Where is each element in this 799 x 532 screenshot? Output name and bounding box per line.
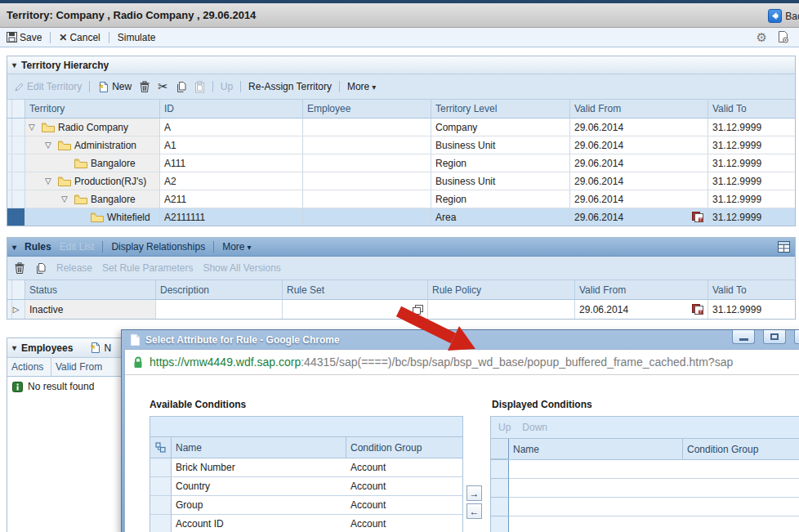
copy-icon[interactable]: [176, 81, 187, 93]
up-button[interactable]: Up: [498, 422, 511, 433]
close-button[interactable]: ✕: [794, 330, 799, 344]
table-row[interactable]: ▽ Bangalore A211 Region 29.06.2014 31.12…: [7, 190, 795, 208]
cut-scissors-icon[interactable]: ✂: [158, 79, 168, 94]
column-header[interactable]: Territory: [25, 100, 160, 118]
collapse-caret-icon[interactable]: ▾: [12, 243, 16, 252]
column-header[interactable]: Territory Level: [431, 100, 570, 118]
select-all-column-header[interactable]: [7, 100, 25, 118]
edit-list-button[interactable]: Edit List: [60, 241, 95, 253]
row-selector[interactable]: [491, 498, 509, 516]
row-selector[interactable]: [150, 458, 172, 477]
select-all-icon[interactable]: [150, 437, 172, 458]
row-selector[interactable]: [491, 460, 509, 479]
empty-row[interactable]: [490, 498, 799, 516]
personalize-page-icon[interactable]: [777, 31, 789, 43]
select-all-column-header[interactable]: [491, 439, 509, 459]
expand-row-icon[interactable]: ▷: [7, 300, 25, 320]
collapse-caret-icon[interactable]: ▾: [12, 60, 16, 69]
table-row[interactable]: ▽ Administration A1 Business Unit 29.06.…: [7, 136, 795, 154]
date-picker-icon[interactable]: 7: [692, 212, 703, 222]
row-selector[interactable]: [7, 118, 25, 136]
expand-icon[interactable]: ▽: [61, 194, 74, 203]
minimize-button[interactable]: [732, 330, 755, 344]
condition-row[interactable]: Group Account: [150, 496, 463, 515]
move-right-button[interactable]: →: [466, 485, 482, 501]
column-header[interactable]: Rule Policy: [428, 280, 575, 300]
table-row-selected[interactable]: Whitefield A2111111 Area 29.06.2014 7 31…: [7, 208, 795, 226]
condition-row[interactable]: Account ID Account: [150, 515, 463, 532]
settings-gear-icon[interactable]: ⚙: [757, 30, 767, 45]
row-selector[interactable]: [491, 516, 509, 532]
row-selector[interactable]: [150, 515, 172, 532]
down-button[interactable]: Down: [522, 422, 547, 433]
cancel-button[interactable]: ✕ Cancel: [59, 32, 100, 43]
collapse-caret-icon[interactable]: ▾: [12, 343, 16, 352]
row-selector[interactable]: [7, 172, 25, 190]
row-selector[interactable]: [7, 190, 25, 208]
column-header[interactable]: Condition Group: [346, 437, 462, 458]
more-menu-button[interactable]: More▾: [347, 81, 376, 92]
up-button[interactable]: Up: [221, 81, 233, 92]
simulate-button[interactable]: Simulate: [118, 32, 156, 43]
copy-icon[interactable]: [35, 262, 47, 275]
empty-row[interactable]: [490, 479, 799, 498]
employees-new-button[interactable]: N: [89, 342, 111, 354]
column-header[interactable]: Valid To: [708, 280, 795, 300]
row-selector[interactable]: [7, 208, 25, 226]
back-button[interactable]: Bac: [785, 11, 799, 22]
available-conditions-title: Available Conditions: [150, 399, 246, 410]
rules-more-menu-button[interactable]: More▾: [222, 241, 251, 253]
row-selector[interactable]: [7, 154, 25, 172]
column-header[interactable]: Rule Set: [283, 280, 428, 300]
table-row[interactable]: ▽ Radio Company A Company 29.06.2014 31.…: [7, 118, 795, 136]
save-icon: [7, 32, 17, 42]
empty-row[interactable]: [490, 516, 799, 532]
reassign-territory-button[interactable]: Re-Assign Territory: [248, 81, 332, 92]
display-relationships-button[interactable]: Display Relationships: [111, 241, 205, 253]
column-header[interactable]: Condition Group: [683, 439, 799, 459]
edit-territory-button[interactable]: Edit Territory: [14, 81, 82, 92]
column-header[interactable]: Actions: [7, 358, 51, 377]
condition-row[interactable]: Country Account: [150, 477, 463, 496]
row-selector[interactable]: [7, 136, 25, 154]
expand-icon[interactable]: ▽: [29, 123, 42, 132]
column-header[interactable]: Name: [172, 437, 346, 458]
territory-hierarchy-header[interactable]: ▾ Territory Hierarchy: [7, 56, 795, 74]
row-selector[interactable]: [150, 477, 172, 496]
date-picker-icon[interactable]: 7: [692, 304, 703, 315]
show-all-versions-button[interactable]: Show All Versions: [203, 262, 280, 274]
back-icon[interactable]: [768, 9, 782, 23]
table-row[interactable]: ▽ Production(RJ's) A2 Business Unit 29.0…: [7, 172, 795, 190]
column-header[interactable]: Valid To: [708, 100, 795, 118]
condition-row[interactable]: Brick Number Account: [150, 458, 463, 477]
save-button[interactable]: Save: [7, 32, 42, 43]
select-all-column-header[interactable]: [7, 280, 25, 300]
column-header[interactable]: Employee: [303, 100, 431, 118]
row-selector[interactable]: [150, 496, 172, 515]
move-left-button[interactable]: ←: [466, 503, 482, 519]
rules-header[interactable]: ▾ Rules Edit List Display Relationships …: [7, 238, 795, 257]
maximize-button[interactable]: [763, 330, 786, 344]
toolbar-separator: [102, 241, 103, 253]
delete-trash-icon[interactable]: [14, 262, 25, 275]
column-header[interactable]: Description: [156, 280, 283, 300]
toolbar-separator: [213, 241, 214, 253]
column-header[interactable]: ID: [160, 100, 303, 118]
paste-icon[interactable]: [194, 81, 205, 93]
table-personalize-icon[interactable]: [778, 241, 790, 253]
column-header[interactable]: Name: [509, 439, 683, 459]
new-button[interactable]: New: [97, 81, 132, 93]
column-header[interactable]: Status: [25, 280, 156, 300]
empty-row[interactable]: [490, 460, 799, 479]
pencil-icon: [14, 82, 25, 92]
expand-icon[interactable]: ▽: [45, 141, 58, 150]
column-header[interactable]: Valid From: [575, 280, 708, 300]
column-header[interactable]: Valid From: [570, 100, 708, 118]
available-conditions-header: Name Condition Group: [150, 436, 463, 458]
table-row[interactable]: Bangalore A111 Region 29.06.2014 31.12.9…: [7, 154, 795, 172]
release-button[interactable]: Release: [56, 262, 92, 274]
expand-icon[interactable]: ▽: [45, 177, 58, 186]
set-rule-parameters-button[interactable]: Set Rule Parameters: [102, 262, 193, 274]
row-selector[interactable]: [491, 479, 509, 498]
delete-trash-icon[interactable]: [139, 81, 150, 93]
